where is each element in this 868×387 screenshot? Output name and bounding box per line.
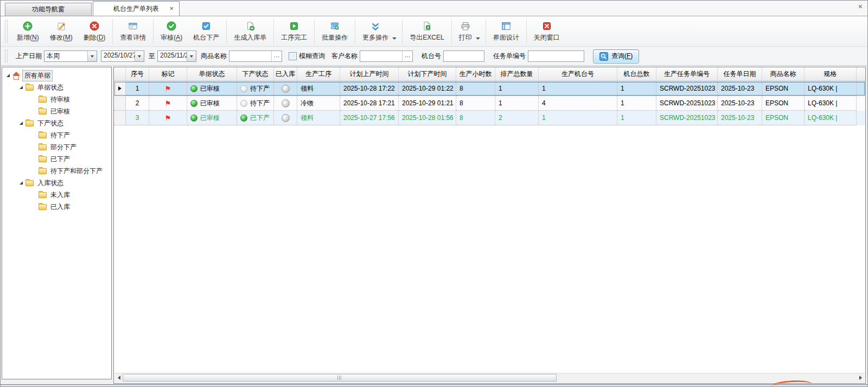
column-header[interactable]: 计划下产时间 (399, 67, 456, 81)
tab-close-icon[interactable]: × (169, 2, 174, 16)
tree-node[interactable]: 待下产和部分下产 (2, 165, 111, 177)
add-icon (22, 21, 33, 31)
expander-icon[interactable] (17, 122, 24, 125)
toolbar-button-label: 修改(M) (50, 33, 73, 42)
query-button[interactable]: 查询(F) (593, 49, 639, 64)
machine-no-label: 机台号 (422, 52, 441, 61)
date-to-picker[interactable]: 2025/11/2 (157, 50, 196, 62)
chevron-down-icon[interactable] (87, 51, 97, 61)
task-no-field (528, 50, 584, 62)
toolbar-button-audit[interactable]: 审核(A) (155, 18, 188, 45)
toolbar-button-close-window[interactable]: 关闭窗口 (528, 18, 565, 45)
tab-production-order-list[interactable]: 机台生产单列表 × (93, 1, 180, 16)
table-cell-process: 冷镦 (297, 96, 340, 111)
customer-name-input[interactable] (360, 51, 402, 61)
horizontal-scrollbar[interactable] (114, 373, 865, 383)
column-header[interactable]: 标记 (149, 67, 187, 81)
folder-icon (37, 168, 47, 174)
toolbar-button-label: 机台下产 (193, 33, 219, 42)
tree-node[interactable]: 已下产 (2, 153, 111, 165)
table-row[interactable]: 3⚑已审核已下产✓领料2025-10-27 17:562025-10-28 01… (114, 111, 865, 125)
table-cell-flag: ⚑ (149, 81, 187, 96)
fuzzy-search-checkbox[interactable] (289, 52, 297, 60)
product-name-input[interactable] (229, 51, 271, 61)
toolbar-button-edit[interactable]: 修改(M) (44, 18, 78, 45)
column-header[interactable]: 单据状态 (187, 67, 237, 81)
column-header[interactable]: 计划上产时间 (340, 67, 399, 81)
table-cell-inbound: ✓ (274, 111, 297, 125)
tree-node[interactable]: 下产状态 (2, 117, 111, 129)
column-header[interactable]: 生产小时数 (456, 67, 495, 81)
tree-node[interactable]: 所有单据 (2, 69, 111, 81)
table-cell-machine_no: 4 (539, 96, 617, 111)
toolbar-button-add[interactable]: 新增(N) (11, 18, 44, 45)
expander-icon[interactable] (17, 181, 24, 185)
toolbar: 新增(N)修改(M)删除(D)查看详情审核(A)机台下产生成入库单工序完工批量操… (1, 16, 867, 47)
toolbar-separator (112, 19, 113, 44)
browse-ellipsis-button[interactable]: ··· (402, 51, 412, 61)
column-header[interactable]: 生产任务单编号 (656, 67, 718, 81)
date-range-select[interactable]: 本周 (44, 50, 97, 62)
toolbar-button-export-excel[interactable]: 导出EXCEL (404, 18, 449, 45)
tree-node[interactable]: 已入库 (2, 201, 111, 213)
date-from-picker[interactable]: 2025/10/27 (101, 50, 144, 62)
column-header[interactable]: 任务单日期 (718, 67, 762, 81)
scroll-left-icon[interactable] (114, 373, 123, 382)
toolbar-button-ui-design[interactable]: 界面设计 (488, 18, 525, 45)
browse-ellipsis-button[interactable]: ··· (271, 51, 282, 61)
column-header[interactable]: 规格 (805, 67, 857, 81)
chevron-down-icon[interactable] (135, 51, 144, 61)
tree-panel: 所有单据单据状态待审核已审核下产状态待下产部分下产已下产待下产和部分下产入库状态… (2, 67, 112, 379)
table-cell-product: EPSON (762, 81, 805, 96)
table-row[interactable]: 2⚑已审核待下产✓冷镦2025-10-28 17:212025-10-29 01… (114, 96, 865, 111)
tree-node-label: 单据状态 (36, 83, 65, 93)
column-header[interactable]: 商品名称 (762, 67, 805, 81)
status-label: 已审核 (200, 84, 220, 93)
toolbar-button-batch[interactable]: 批量操作 (316, 18, 353, 45)
tab-label: 机台生产单列表 (113, 5, 159, 12)
toolbar-button-more[interactable]: 更多操作 (357, 18, 394, 45)
toolbar-button-label: 批量操作 (322, 33, 348, 42)
scroll-thumb[interactable] (123, 374, 557, 382)
toolbar-button-delete[interactable]: 删除(D) (78, 18, 111, 45)
toolbar-button-process-done[interactable]: 工序完工 (276, 18, 312, 45)
status-label: 已审核 (200, 113, 220, 123)
machine-no-field (443, 50, 484, 62)
expander-icon[interactable] (4, 74, 11, 77)
tree-node[interactable]: 已审核 (2, 105, 111, 117)
scroll-right-icon[interactable] (856, 373, 865, 382)
column-header[interactable]: 生产工序 (297, 67, 340, 81)
tree-node[interactable]: 入库状态 (2, 177, 111, 189)
tree-node-label: 已下产 (49, 154, 72, 164)
tree-node[interactable]: 单据状态 (2, 81, 111, 93)
task-no-label: 任务单编号 (493, 52, 526, 61)
status-label: 待下产 (250, 99, 270, 108)
toolbar-button-make-inbound[interactable]: 生成入库单 (228, 18, 272, 45)
toolbar-button-print[interactable]: 打印 (454, 18, 477, 45)
column-header[interactable]: 机台总数 (617, 67, 656, 81)
column-header[interactable]: 下产状态 (237, 67, 274, 81)
column-header[interactable]: 生产机台号 (539, 67, 617, 81)
machine-no-input[interactable] (444, 51, 484, 61)
column-header[interactable]: 排产总数量 (495, 67, 539, 81)
chevron-down-icon[interactable] (476, 37, 480, 40)
tree-node[interactable]: 未入库 (2, 189, 111, 201)
table-cell-flag: ⚑ (149, 96, 187, 111)
column-header[interactable]: 序号 (126, 67, 149, 81)
task-no-input[interactable] (528, 51, 584, 61)
tree-node[interactable]: 部分下产 (2, 141, 111, 153)
toolbar-button-label: 关闭窗口 (534, 33, 560, 42)
table-row[interactable]: 1⚑已审核待下产✓领料2025-10-28 17:222025-10-29 01… (114, 81, 865, 96)
toolbar-button-label: 更多操作 (362, 33, 388, 42)
expander-icon[interactable] (17, 86, 24, 89)
toolbar-button-machine-down[interactable]: 机台下产 (188, 18, 225, 45)
tree-node[interactable]: 待下产 (2, 129, 111, 141)
tree-node[interactable]: 待审核 (2, 93, 111, 105)
column-header[interactable]: 已入库 (274, 67, 297, 81)
tabstrip-close-icon[interactable]: × (858, 2, 863, 11)
chevron-down-icon[interactable] (392, 37, 397, 40)
toolbar-button-details[interactable]: 查看详情 (114, 18, 151, 45)
chevron-down-icon[interactable] (187, 51, 196, 61)
tree-node-label: 入库状态 (36, 178, 65, 188)
tab-function-nav[interactable]: 功能导航窗 (5, 3, 92, 16)
